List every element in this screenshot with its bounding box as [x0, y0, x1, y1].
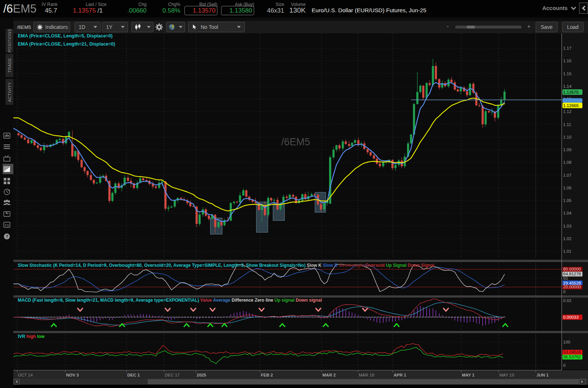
svg-text:36.53752: 36.53752 [563, 355, 581, 359]
svg-text:?: ? [6, 234, 9, 239]
svg-text:/6EM5: /6EM5 [281, 136, 310, 147]
svg-text:MAR 18: MAR 18 [359, 373, 374, 377]
svg-text:1.12665: 1.12665 [563, 103, 579, 108]
svg-text:0.00033: 0.00033 [563, 315, 579, 319]
svg-text:MAR 2: MAR 2 [322, 373, 336, 377]
svg-text:DEC 17: DEC 17 [165, 373, 180, 377]
svg-text:1.09: 1.09 [563, 147, 571, 152]
svg-text:2025: 2025 [197, 373, 206, 377]
svg-text:1.03: 1.03 [563, 224, 571, 228]
svg-text:1.02: 1.02 [563, 236, 571, 241]
svg-text:Slow Stochastic (K Period=14,: Slow Stochastic (K Period=14, D Period=9… [18, 263, 434, 268]
svg-text:1.07: 1.07 [563, 173, 571, 178]
svg-text:EMA (Price=CLOSE, Length=21, D: EMA (Price=CLOSE, Length=21, Displace=0) [18, 42, 115, 47]
svg-text:1.17: 1.17 [563, 46, 571, 50]
svg-text:MACD (Fast length=8, Slow leng: MACD (Fast length=8, Slow length=21, MAC… [18, 298, 322, 303]
svg-text:50: 50 [563, 276, 568, 281]
svg-text:1.05: 1.05 [563, 198, 571, 203]
svg-text:1.08: 1.08 [563, 160, 571, 165]
svg-text:0: 0 [563, 363, 565, 368]
svg-text:1.10: 1.10 [563, 135, 571, 139]
svg-text:JUN 1: JUN 1 [536, 373, 549, 377]
svg-text:100: 100 [563, 340, 570, 344]
svg-text:NOV 3: NOV 3 [66, 373, 79, 377]
svg-text:MAY 19: MAY 19 [499, 373, 514, 377]
svg-text:DEC 1: DEC 1 [127, 373, 140, 377]
svg-text:0.02: 0.02 [563, 298, 571, 303]
svg-text:1.15: 1.15 [563, 72, 571, 76]
svg-text:FX: FX [5, 223, 9, 227]
svg-text:1.11: 1.11 [563, 122, 571, 127]
svg-text:1.01: 1.01 [563, 249, 571, 253]
svg-text:53.24533: 53.24533 [563, 350, 581, 354]
svg-text:20.00000: 20.00000 [563, 285, 581, 289]
svg-text:1.12: 1.12 [563, 109, 571, 114]
svg-text:MAY 1: MAY 1 [462, 373, 474, 377]
svg-text:IVR high low: IVR high low [18, 334, 45, 339]
svg-text:80.00000: 80.00000 [563, 267, 581, 271]
svg-text:EMA (Price=CLOSE, Length=5, Di: EMA (Price=CLOSE, Length=5, Displace=0) [18, 33, 113, 39]
svg-text:1.04: 1.04 [563, 211, 572, 215]
svg-text:1.13575: 1.13575 [563, 90, 579, 94]
svg-text:64.81278: 64.81278 [563, 272, 581, 276]
svg-text:APR 1: APR 1 [394, 373, 406, 377]
svg-text:0: 0 [563, 289, 565, 294]
svg-text:1.16: 1.16 [563, 59, 571, 63]
svg-text:FEB 2: FEB 2 [261, 373, 273, 377]
svg-text:1.06: 1.06 [563, 186, 571, 190]
svg-text:OCT 14: OCT 14 [18, 373, 33, 377]
svg-text:1.14: 1.14 [563, 84, 572, 89]
